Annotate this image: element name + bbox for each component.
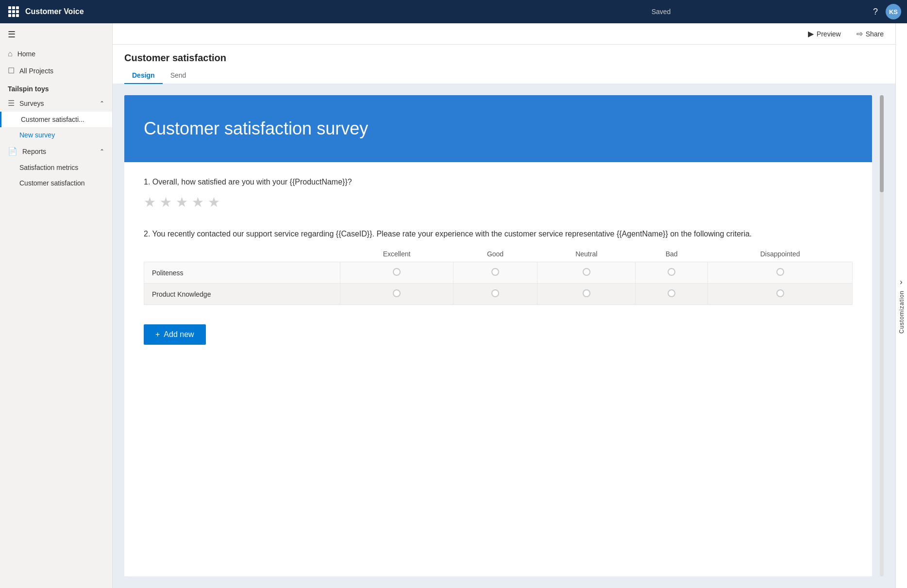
surveys-label: Surveys <box>19 100 44 107</box>
question-1-text: 1. Overall, how satisfied are you with y… <box>144 178 853 186</box>
reports-chevron-icon: ⌃ <box>100 148 104 155</box>
sidebar: ☰ ⌂ Home ☐ All Projects Tailspin toys ☰ … <box>0 23 113 588</box>
sidebar-reports-header[interactable]: 📄 Reports ⌃ <box>0 143 112 160</box>
question-1-block: 1. Overall, how satisfied are you with y… <box>144 178 853 210</box>
sidebar-item-satisfaction-metrics[interactable]: Satisfaction metrics <box>0 160 112 175</box>
sidebar-surveys-header[interactable]: ☰ Surveys ⌃ <box>0 95 112 112</box>
customer-satisfaction-label: Customer satisfacti... <box>21 116 84 123</box>
sidebar-allprojects-label: All Projects <box>19 67 53 75</box>
star-2[interactable]: ★ <box>160 194 172 210</box>
waffle-menu-button[interactable] <box>6 4 21 19</box>
star-5[interactable]: ★ <box>208 194 220 210</box>
sidebar-toggle-button[interactable]: ☰ <box>0 23 112 46</box>
survey-banner-title: Customer satisfaction survey <box>144 118 853 139</box>
preview-button[interactable]: ▶ Preview <box>804 27 845 40</box>
survey-card: Customer satisfaction survey 1. Overall,… <box>124 95 872 576</box>
home-icon: ⌂ <box>8 50 13 58</box>
sidebar-item-new-survey[interactable]: New survey <box>0 127 112 143</box>
reports-icon: 📄 <box>8 147 17 156</box>
matrix-cell-politeness-good[interactable] <box>453 262 537 284</box>
matrix-cell-pk-bad[interactable] <box>636 284 708 305</box>
survey-wrapper: Customer satisfaction Design Send Custom… <box>113 45 895 588</box>
matrix-header-neutral: Neutral <box>537 246 636 262</box>
matrix-row-politeness: Politeness <box>144 262 853 284</box>
customization-label: Customization <box>898 290 905 334</box>
content-area: ▶ Preview ⇨ Share Customer satisfaction … <box>113 23 895 588</box>
customization-chevron-icon: › <box>900 278 903 286</box>
sidebar-home-label: Home <box>17 50 35 58</box>
question-2-block: 2. You recently contacted our support se… <box>144 230 853 305</box>
survey-content: Customer satisfaction survey 1. Overall,… <box>113 84 895 588</box>
survey-scrollbar[interactable] <box>880 95 884 576</box>
scrollbar-thumb[interactable] <box>880 95 884 192</box>
sidebar-item-customer-satisfaction-report[interactable]: Customer satisfaction <box>0 175 112 191</box>
reports-label: Reports <box>22 148 46 155</box>
matrix-cell-politeness-bad[interactable] <box>636 262 708 284</box>
share-button[interactable]: ⇨ Share <box>853 27 888 40</box>
survey-tabs: Design Send <box>124 67 884 84</box>
tab-design[interactable]: Design <box>124 67 163 84</box>
question-1-label: Overall, how satisfied are you with your… <box>152 178 352 186</box>
customer-satisfaction-report-label: Customer satisfaction <box>19 179 85 187</box>
share-label: Share <box>866 30 884 38</box>
star-3[interactable]: ★ <box>176 194 188 210</box>
share-icon: ⇨ <box>857 29 863 38</box>
matrix-header-row-label <box>144 246 340 262</box>
matrix-cell-pk-disappointed[interactable] <box>708 284 853 305</box>
save-status: Saved <box>449 8 873 16</box>
topbar-actions: ? KS <box>873 4 901 19</box>
user-avatar[interactable]: KS <box>886 4 901 19</box>
sidebar-section-label: Tailspin toys <box>0 79 112 95</box>
preview-icon: ▶ <box>808 29 814 38</box>
sidebar-item-customer-satisfaction[interactable]: Customer satisfacti... <box>0 112 112 127</box>
matrix-header-good: Good <box>453 246 537 262</box>
survey-header: Customer satisfaction Design Send <box>113 45 895 84</box>
tab-send[interactable]: Send <box>163 67 194 84</box>
star-4[interactable]: ★ <box>192 194 204 210</box>
sidebar-item-all-projects[interactable]: ☐ All Projects <box>0 62 112 79</box>
surveys-chevron-icon: ⌃ <box>100 100 104 107</box>
survey-banner: Customer satisfaction survey <box>124 95 872 162</box>
help-button[interactable]: ? <box>873 7 878 17</box>
question-2-matrix: Excellent Good Neutral Bad Disappointed <box>144 246 853 305</box>
projects-icon: ☐ <box>8 66 15 75</box>
matrix-header-disappointed: Disappointed <box>708 246 853 262</box>
add-new-label: Add new <box>164 330 194 339</box>
matrix-cell-pk-neutral[interactable] <box>537 284 636 305</box>
matrix-header-row: Excellent Good Neutral Bad Disappointed <box>144 246 853 262</box>
topbar: Customer Voice Saved ? KS <box>0 0 907 23</box>
matrix-row-product-knowledge-label: Product Knowledge <box>144 284 340 305</box>
satisfaction-metrics-label: Satisfaction metrics <box>19 164 78 171</box>
matrix-cell-pk-good[interactable] <box>453 284 537 305</box>
star-rating-1[interactable]: ★ ★ ★ ★ ★ <box>144 194 853 210</box>
content-topbar: ▶ Preview ⇨ Share <box>113 23 895 45</box>
matrix-cell-politeness-neutral[interactable] <box>537 262 636 284</box>
add-new-button[interactable]: + Add new <box>144 324 206 345</box>
waffle-icon <box>8 6 19 17</box>
matrix-header-excellent: Excellent <box>340 246 454 262</box>
app-title: Customer Voice <box>25 7 449 16</box>
star-1[interactable]: ★ <box>144 194 156 210</box>
question-2-text: 2. You recently contacted our support se… <box>144 230 853 238</box>
survey-page-title: Customer satisfaction <box>124 52 884 64</box>
matrix-row-product-knowledge: Product Knowledge <box>144 284 853 305</box>
preview-label: Preview <box>817 30 841 38</box>
surveys-icon: ☰ <box>8 99 15 108</box>
add-icon: + <box>155 330 160 339</box>
matrix-cell-pk-excellent[interactable] <box>340 284 454 305</box>
matrix-cell-politeness-disappointed[interactable] <box>708 262 853 284</box>
matrix-row-politeness-label: Politeness <box>144 262 340 284</box>
sidebar-item-home[interactable]: ⌂ Home <box>0 46 112 62</box>
new-survey-label: New survey <box>19 131 55 139</box>
main-layout: ☰ ⌂ Home ☐ All Projects Tailspin toys ☰ … <box>0 23 907 588</box>
matrix-cell-politeness-excellent[interactable] <box>340 262 454 284</box>
customization-panel-toggle[interactable]: › Customization <box>895 23 907 588</box>
matrix-header-bad: Bad <box>636 246 708 262</box>
survey-body: 1. Overall, how satisfied are you with y… <box>124 162 872 360</box>
